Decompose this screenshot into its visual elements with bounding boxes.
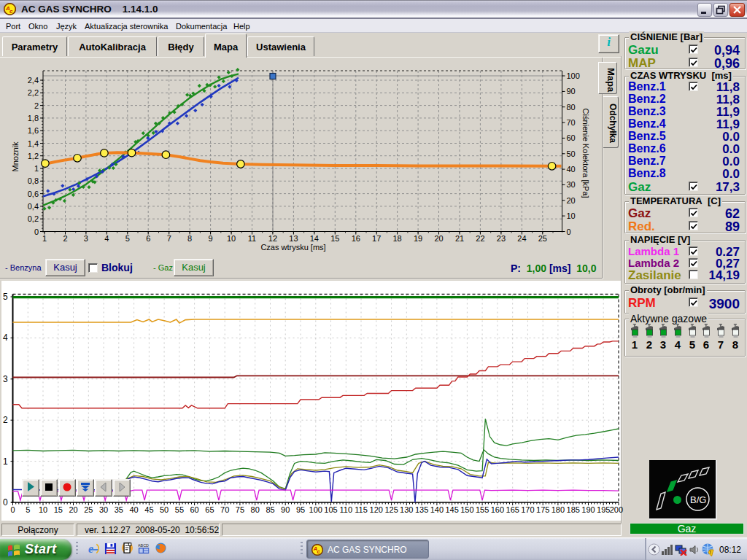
svg-text:55: 55 xyxy=(175,505,184,514)
svg-text:70: 70 xyxy=(220,505,229,514)
svg-text:5: 5 xyxy=(26,505,30,514)
svg-text:75: 75 xyxy=(236,505,244,514)
svg-text:185: 185 xyxy=(567,505,580,514)
svg-text:155: 155 xyxy=(476,505,489,514)
svg-text:120: 120 xyxy=(370,505,383,514)
svg-text:105: 105 xyxy=(324,505,337,514)
svg-text:0: 0 xyxy=(3,497,8,508)
svg-text:110: 110 xyxy=(340,505,353,514)
svg-text:5: 5 xyxy=(3,292,8,302)
svg-text:115: 115 xyxy=(355,505,368,514)
svg-text:150: 150 xyxy=(460,505,473,514)
svg-text:175: 175 xyxy=(536,505,549,514)
svg-text:180: 180 xyxy=(551,505,565,514)
svg-text:140: 140 xyxy=(430,505,444,514)
svg-text:170: 170 xyxy=(521,505,534,514)
svg-text:130: 130 xyxy=(400,505,413,514)
svg-text:135: 135 xyxy=(415,505,428,514)
svg-text:85: 85 xyxy=(266,505,274,514)
svg-text:B/G: B/G xyxy=(690,494,706,505)
svg-text:190: 190 xyxy=(581,505,595,514)
svg-text:10: 10 xyxy=(39,505,47,514)
svg-text:125: 125 xyxy=(384,505,398,514)
svg-text:0: 0 xyxy=(10,505,15,514)
svg-text:4: 4 xyxy=(3,332,8,343)
svg-text:35: 35 xyxy=(115,505,123,514)
svg-text:20: 20 xyxy=(69,505,77,514)
svg-text:60: 60 xyxy=(190,505,198,514)
svg-text:165: 165 xyxy=(506,505,519,514)
svg-text:65: 65 xyxy=(205,505,214,514)
svg-text:!: ! xyxy=(710,550,711,555)
svg-text:2: 2 xyxy=(3,415,8,425)
svg-text:1: 1 xyxy=(3,456,8,467)
svg-text:30: 30 xyxy=(99,505,108,514)
svg-text:80: 80 xyxy=(251,505,260,514)
svg-text:45: 45 xyxy=(144,505,153,514)
svg-text:90: 90 xyxy=(281,505,290,514)
svg-text:95: 95 xyxy=(296,505,305,514)
svg-text:160: 160 xyxy=(491,505,504,514)
svg-text:3: 3 xyxy=(3,374,8,384)
svg-text:40: 40 xyxy=(129,505,138,514)
svg-text:145: 145 xyxy=(445,505,458,514)
svg-text:25: 25 xyxy=(84,505,93,514)
svg-text:100: 100 xyxy=(309,505,322,514)
svg-text:50: 50 xyxy=(160,505,169,514)
svg-text:15: 15 xyxy=(54,505,63,514)
svg-text:200: 200 xyxy=(610,505,623,514)
svg-text:195: 195 xyxy=(597,505,610,514)
